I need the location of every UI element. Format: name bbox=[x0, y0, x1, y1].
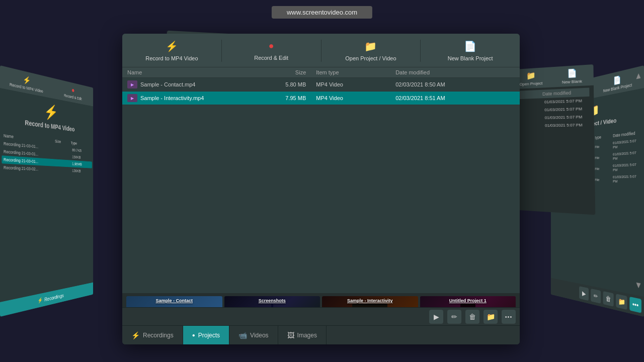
back-right-new[interactable]: 📄 New Blank bbox=[551, 67, 594, 85]
right-bg-new-icon: 📄 bbox=[613, 75, 621, 86]
tab-projects[interactable]: ● Projects bbox=[183, 326, 229, 344]
right-delete-button[interactable]: 🗑 bbox=[603, 291, 614, 307]
tab-videos-icon: 📹 bbox=[238, 331, 247, 339]
right-edit-button[interactable]: ✏ bbox=[591, 289, 601, 304]
main-toolbar: ⚡ Record to MP4 Video ● Record & Edit 📁 … bbox=[122, 34, 520, 67]
tab-recordings-label: Recordings bbox=[143, 332, 174, 339]
file-type-1: MP4 Video bbox=[316, 81, 395, 87]
file-row-1[interactable]: ▶Sample - Contact.mp4 5.80 MB MP4 Video … bbox=[122, 78, 520, 92]
edit-button[interactable]: ✏ bbox=[447, 310, 461, 324]
right-panel-bottom-bar: ▶ ✏ 🗑 📁 ••• bbox=[551, 278, 644, 317]
file-date-2: 02/03/2021 8:51 AM bbox=[395, 95, 515, 101]
right-folder-button[interactable]: 📁 bbox=[616, 294, 627, 310]
col-header-type: Item type bbox=[316, 69, 395, 75]
toolbar-record-edit-label: Record & Edit bbox=[254, 54, 288, 61]
toolbar-new-blank-label: New Blank Project bbox=[448, 55, 493, 62]
right-play-button[interactable]: ▶ bbox=[579, 286, 589, 301]
left-panel-tab-label: ⚡ Recordings bbox=[4, 286, 91, 312]
toolbar-open-project[interactable]: 📁 Open Project / Video bbox=[321, 38, 421, 64]
tab-images-icon: 🖼 bbox=[287, 331, 294, 339]
thumb-label-3: Sample - Interactivity bbox=[322, 298, 418, 303]
delete-button[interactable]: 🗑 bbox=[465, 310, 479, 324]
file-size-1: 5.80 MB bbox=[247, 81, 316, 87]
file-type-2: MP4 Video bbox=[316, 95, 395, 101]
file-section: Name Size Item type Date modified ▶Sampl… bbox=[122, 67, 520, 293]
scroll-up-icon[interactable]: ▲ bbox=[634, 70, 642, 82]
file-row-2[interactable]: ▶Sample - Interactivity.mp4 7.95 MB MP4 … bbox=[122, 92, 520, 105]
left-background-panel: ⚡ Record to MP4 Video ● Record & Edit ⚡ … bbox=[0, 65, 93, 317]
url-text: www.screentovideo.com bbox=[287, 9, 357, 16]
tab-images-label: Images bbox=[297, 332, 317, 339]
tab-bar: ⚡ Recordings ● Projects 📹 Videos 🖼 Image… bbox=[122, 325, 520, 344]
toolbar-open-project-icon: 📁 bbox=[364, 40, 377, 53]
url-bar: www.screentovideo.com bbox=[272, 6, 372, 19]
col-header-size: Size bbox=[247, 69, 316, 75]
left-bg-record-edit-label: Record & Edit bbox=[64, 93, 82, 101]
thumb-label-4: Untitled Project 1 bbox=[420, 298, 516, 303]
file-icon-2: ▶ bbox=[127, 94, 137, 102]
tab-videos[interactable]: 📹 Videos bbox=[229, 326, 278, 344]
file-list-header: Name Size Item type Date modified bbox=[122, 67, 520, 78]
toolbar-record-mp4[interactable]: ⚡ Record to MP4 Video bbox=[122, 38, 221, 64]
bottom-toolbar: ▶ ✏ 🗑 📁 ••• bbox=[122, 307, 520, 325]
file-size-2: 7.95 MB bbox=[247, 95, 316, 101]
tab-projects-icon: ● bbox=[192, 332, 195, 338]
main-panel: ⚡ Record to MP4 Video ● Record & Edit 📁 … bbox=[122, 34, 520, 344]
left-bg-record-edit-icon: ● bbox=[71, 86, 74, 95]
toolbar-open-project-label: Open Project / Video bbox=[345, 55, 396, 62]
left-bg-record-icon: ⚡ bbox=[23, 75, 31, 86]
tab-projects-label: Projects bbox=[198, 332, 220, 339]
back-right-open-label: Open Project bbox=[519, 81, 542, 87]
folder-button[interactable]: 📁 bbox=[484, 310, 498, 324]
tab-recordings[interactable]: ⚡ Recordings bbox=[122, 326, 183, 344]
play-button[interactable]: ▶ bbox=[429, 310, 443, 324]
toolbar-record-mp4-icon: ⚡ bbox=[166, 40, 178, 53]
file-icon-1: ▶ bbox=[127, 80, 137, 88]
col-header-date: Date modified bbox=[395, 69, 515, 75]
tab-recordings-icon: ⚡ bbox=[131, 331, 140, 339]
toolbar-record-edit-icon: ● bbox=[269, 40, 274, 52]
file-date-1: 02/03/2021 8:50 AM bbox=[395, 81, 515, 87]
back-right-new-icon: 📄 bbox=[567, 68, 577, 79]
back-right-open-icon: 📁 bbox=[526, 71, 535, 81]
tab-images[interactable]: 🖼 Images bbox=[278, 326, 327, 344]
right-more-button[interactable]: ••• bbox=[629, 297, 641, 313]
scroll-down-icon[interactable]: ▼ bbox=[634, 280, 642, 292]
toolbar-record-mp4-label: Record to MP4 Video bbox=[145, 55, 198, 62]
left-panel-tab[interactable]: ⚡ Recordings bbox=[0, 283, 93, 317]
main-inner: ⚡ Record to MP4 Video ● Record & Edit 📁 … bbox=[122, 34, 520, 344]
toolbar-new-blank[interactable]: 📄 New Blank Project bbox=[421, 38, 520, 64]
toolbar-new-blank-icon: 📄 bbox=[464, 40, 476, 53]
thumb-label-2: Screenshots bbox=[224, 298, 320, 303]
thumb-label-1: Sample - Contact bbox=[126, 298, 222, 303]
more-button[interactable]: ••• bbox=[502, 310, 516, 324]
back-right-new-label: New Blank bbox=[562, 79, 583, 85]
toolbar-record-edit[interactable]: ● Record & Edit bbox=[222, 38, 321, 64]
col-header-name: Name bbox=[127, 69, 247, 75]
tab-videos-label: Videos bbox=[250, 332, 268, 339]
